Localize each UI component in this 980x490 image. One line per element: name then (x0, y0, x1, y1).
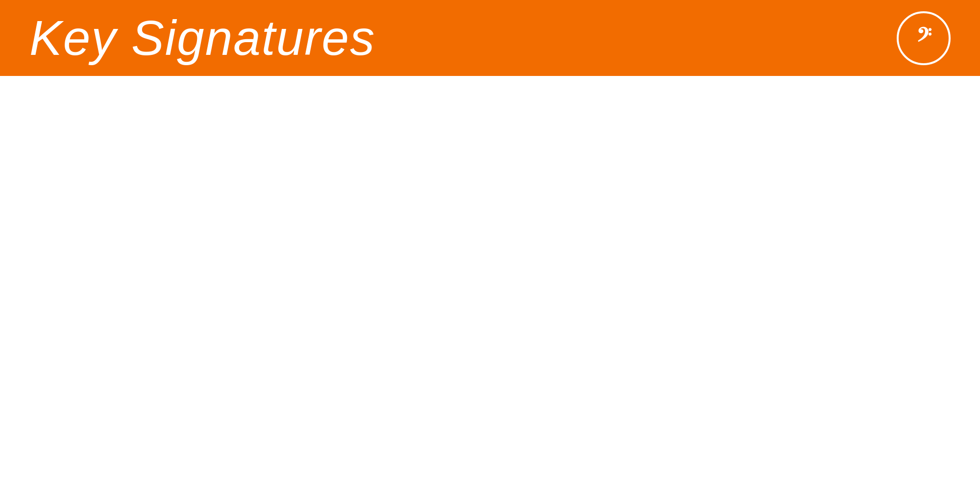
header: Key Signatures 𝄢 (0, 0, 980, 76)
main-content (0, 76, 980, 490)
page-title: Key Signatures (29, 10, 375, 66)
logo: 𝄢 (897, 11, 951, 65)
logo-text: 𝄢 (916, 24, 931, 52)
